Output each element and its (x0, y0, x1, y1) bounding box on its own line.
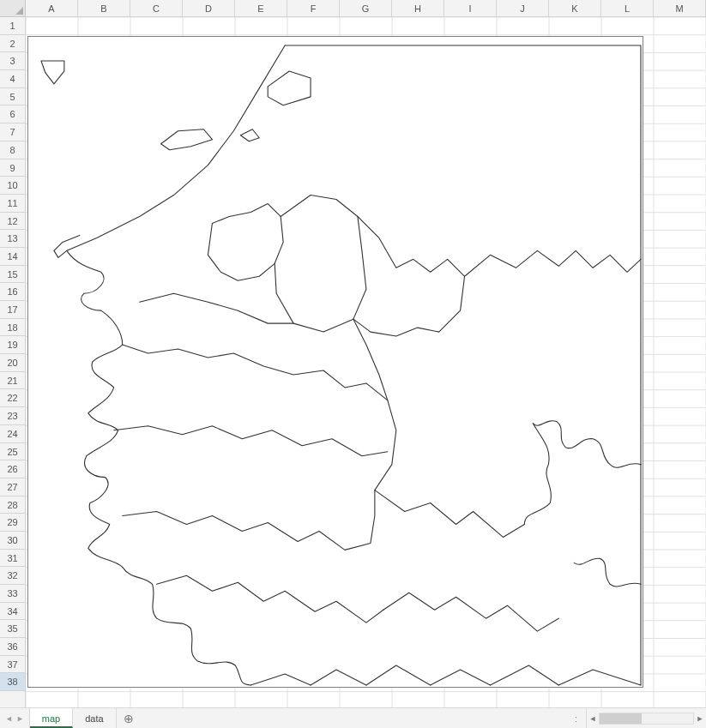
row-head[interactable]: 7 (0, 123, 25, 141)
add-sheet-button[interactable]: ⊕ (117, 708, 141, 728)
tab-nav-next-icon[interactable]: ► (16, 714, 24, 723)
row-head[interactable]: 2 (0, 35, 25, 53)
row-head[interactable]: 1 (0, 17, 25, 35)
row-head[interactable]: 13 (0, 230, 25, 248)
row-head[interactable]: 29 (0, 514, 25, 532)
row-head[interactable]: 23 (0, 407, 25, 425)
row-head[interactable]: 32 (0, 567, 25, 585)
col-head[interactable]: A (26, 0, 78, 16)
worksheet-body: 1234567891011121314151617181920212223242… (0, 17, 706, 707)
col-head[interactable]: E (235, 0, 287, 16)
sheet-tab-bar: ◄ ► map data ⊕ : ◄ ► (0, 707, 706, 728)
row-head[interactable]: 6 (0, 105, 25, 123)
col-head[interactable]: L (601, 0, 654, 16)
row-head[interactable]: 21 (0, 372, 25, 390)
col-head[interactable]: I (444, 0, 497, 16)
row-head[interactable]: 4 (0, 70, 25, 88)
column-header-bar: A B C D E F G H I J K L M (0, 0, 706, 17)
row-head[interactable]: 11 (0, 195, 25, 213)
row-head[interactable]: 14 (0, 248, 25, 266)
col-head[interactable]: C (130, 0, 183, 16)
tab-options-icon[interactable]: : (568, 708, 586, 728)
row-head[interactable]: 18 (0, 319, 25, 337)
row-head[interactable]: 10 (0, 177, 25, 195)
row-head[interactable]: 22 (0, 389, 25, 407)
spreadsheet-app: A B C D E F G H I J K L M 12345678910111… (0, 0, 706, 728)
row-head[interactable]: 28 (0, 496, 25, 514)
cell-grid[interactable] (26, 17, 706, 707)
select-all-corner[interactable] (0, 0, 26, 17)
sheet-tabs: map data (30, 708, 117, 728)
row-head[interactable]: 34 (0, 603, 25, 621)
col-head[interactable]: K (549, 0, 601, 16)
row-head[interactable]: 35 (0, 620, 25, 638)
scroll-left-icon[interactable]: ◄ (587, 714, 599, 723)
row-head[interactable]: 25 (0, 443, 25, 461)
row-head[interactable]: 26 (0, 460, 25, 478)
row-head[interactable]: 37 (0, 656, 25, 674)
tab-nav: ◄ ► (0, 708, 30, 728)
col-head[interactable]: B (78, 0, 130, 16)
col-head[interactable]: F (287, 0, 340, 16)
row-head[interactable]: 5 (0, 88, 25, 106)
scroll-track[interactable] (599, 713, 694, 725)
row-head[interactable]: 3 (0, 52, 25, 70)
row-head[interactable]: 36 (0, 638, 25, 656)
horizontal-scrollbar[interactable]: ◄ ► (586, 708, 706, 728)
row-header-bar: 1234567891011121314151617181920212223242… (0, 17, 26, 707)
sheet-tab-data[interactable]: data (73, 708, 116, 728)
map-drawing (28, 37, 643, 687)
embedded-chart[interactable] (27, 36, 643, 688)
row-head[interactable]: 8 (0, 141, 25, 159)
col-head[interactable]: H (392, 0, 444, 16)
row-head[interactable]: 17 (0, 301, 25, 319)
row-head[interactable]: 24 (0, 425, 25, 443)
col-head[interactable]: M (654, 0, 706, 16)
row-head[interactable]: 15 (0, 266, 25, 284)
tab-nav-prev-icon[interactable]: ◄ (5, 714, 13, 723)
sheet-tab-map[interactable]: map (30, 708, 73, 728)
row-head[interactable]: 12 (0, 213, 25, 231)
row-head[interactable]: 31 (0, 550, 25, 568)
row-head[interactable]: 16 (0, 283, 25, 301)
scroll-thumb[interactable] (600, 713, 642, 724)
scroll-right-icon[interactable]: ► (694, 714, 706, 723)
row-head[interactable]: 33 (0, 585, 25, 603)
row-head[interactable]: 27 (0, 478, 25, 496)
col-head[interactable]: D (183, 0, 235, 16)
tabbar-spacer (141, 708, 568, 728)
row-head[interactable]: 9 (0, 159, 25, 177)
col-head[interactable]: J (497, 0, 549, 16)
row-head[interactable]: 20 (0, 354, 25, 372)
row-head[interactable]: 30 (0, 532, 25, 550)
col-head[interactable]: G (340, 0, 392, 16)
row-head[interactable]: 38 (0, 673, 25, 691)
row-head[interactable]: 19 (0, 336, 25, 354)
